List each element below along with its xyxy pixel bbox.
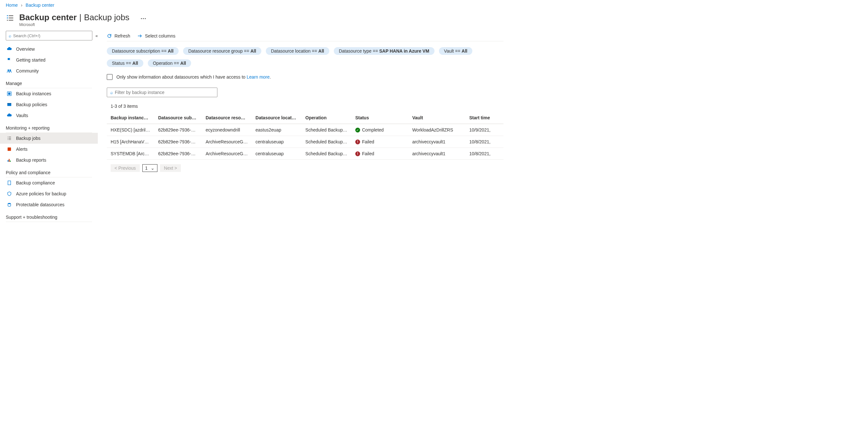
filter-pills: Datasource subscription == AllDatasource… xyxy=(107,41,503,67)
filter-pill[interactable]: Operation == All xyxy=(148,59,191,67)
svg-rect-10 xyxy=(8,181,11,185)
sidebar-item-label: Overview xyxy=(16,46,35,52)
col-subscription[interactable]: Datasource subs… xyxy=(154,112,202,124)
col-operation[interactable]: Operation xyxy=(302,112,351,124)
refresh-label: Refresh xyxy=(115,33,130,38)
page-number: 1 xyxy=(145,165,148,170)
filter-pill[interactable]: Datasource type == SAP HANA in Azure VM xyxy=(334,47,434,55)
breadcrumb-home[interactable]: Home xyxy=(6,3,18,8)
failed-icon: ! xyxy=(355,151,360,156)
search-input[interactable]: ⌕ xyxy=(6,31,92,40)
select-columns-button[interactable]: Select columns xyxy=(137,33,176,38)
sidebar-item-label: Alerts xyxy=(16,147,28,152)
page-header: Backup center | Backup jobs ⋯ Microsoft xyxy=(0,10,503,30)
vault-icon xyxy=(6,113,12,118)
learn-more-link[interactable]: Learn more xyxy=(247,74,270,80)
filter-pill[interactable]: Datasource subscription == All xyxy=(107,47,179,55)
sidebar-item-label: Backup reports xyxy=(16,157,46,163)
col-start-time[interactable]: Start time xyxy=(465,112,503,124)
breadcrumb: Home › Backup center xyxy=(0,0,503,10)
svg-rect-3 xyxy=(8,93,10,95)
sidebar-item-vaults[interactable]: Vaults xyxy=(0,110,98,121)
sidebar-item-backup-jobs[interactable]: Backup jobs xyxy=(0,133,98,144)
sidebar-item-backup-compliance[interactable]: Backup compliance xyxy=(0,177,98,188)
sidebar-item-alerts[interactable]: Alerts xyxy=(0,144,98,155)
svg-rect-6 xyxy=(8,148,11,151)
table-row[interactable]: SYSTEMDB [ArchHan…62b829ee-7936-40c9…Arc… xyxy=(107,148,503,160)
collapse-sidebar-icon[interactable]: « xyxy=(96,33,98,38)
backup-center-icon xyxy=(6,11,15,23)
sidebar-item-label: Backup compliance xyxy=(16,180,55,185)
table-row[interactable]: H15 [ArchHanaVM1]62b829ee-7936-40c9…Arch… xyxy=(107,136,503,148)
search-icon: ⌕ xyxy=(110,90,113,95)
sidebar-item-label: Backup jobs xyxy=(16,136,40,141)
refresh-button[interactable]: Refresh xyxy=(107,33,130,38)
breadcrumb-current[interactable]: Backup center xyxy=(26,3,55,8)
alerts-icon xyxy=(6,146,12,152)
sidebar-item-community[interactable]: Community xyxy=(0,65,98,76)
sidebar-item-label: Backup instances xyxy=(16,91,51,96)
more-button[interactable]: ⋯ xyxy=(141,15,147,22)
chevron-down-icon: ⌄ xyxy=(151,165,155,170)
chevron-right-icon: › xyxy=(21,3,23,8)
jobs-table: Backup instance↑↓ Datasource subs… Datas… xyxy=(107,112,503,160)
svg-point-0 xyxy=(8,70,9,71)
next-button[interactable]: Next > xyxy=(160,164,181,172)
instances-icon xyxy=(6,91,12,97)
cloud-icon xyxy=(6,46,12,52)
svg-rect-7 xyxy=(8,160,9,162)
sidebar-section-manage: Manage xyxy=(6,76,92,88)
org-label: Microsoft xyxy=(19,23,147,27)
policies-icon xyxy=(6,102,12,107)
community-icon xyxy=(6,68,12,74)
col-resource-group[interactable]: Datasource reso… xyxy=(202,112,252,124)
sidebar-item-label: Community xyxy=(16,68,39,73)
filter-input[interactable]: ⌕ xyxy=(107,88,217,97)
sidebar-item-azure-policies[interactable]: Azure policies for backup xyxy=(0,188,98,199)
toolbar: Refresh Select columns xyxy=(107,30,503,41)
access-checkbox[interactable] xyxy=(107,74,113,80)
sidebar-item-getting-started[interactable]: Getting started xyxy=(0,55,98,65)
compliance-icon xyxy=(6,180,12,186)
filter-pill[interactable]: Vault == All xyxy=(439,47,473,55)
search-icon: ⌕ xyxy=(9,33,11,38)
sidebar-item-backup-reports[interactable]: Backup reports xyxy=(0,155,98,165)
success-icon: ✓ xyxy=(355,128,360,132)
page-subtitle: Backup jobs xyxy=(84,12,129,23)
sidebar-item-backup-instances[interactable]: Backup instances xyxy=(0,88,98,99)
jobs-icon xyxy=(6,135,12,141)
sidebar-item-label: Backup policies xyxy=(16,102,47,107)
flag-icon xyxy=(6,57,12,63)
datasource-icon xyxy=(6,202,12,208)
sidebar-item-label: Getting started xyxy=(16,57,45,63)
table-row[interactable]: HXE(SDC) [azdrillzon…62b829ee-7936-40c9…… xyxy=(107,124,503,136)
col-backup-instance[interactable]: Backup instance↑↓ xyxy=(107,112,154,124)
result-count: 1-3 of 3 items xyxy=(107,97,503,112)
filter-pill[interactable]: Datasource location == All xyxy=(266,47,329,55)
sidebar-item-label: Protectable datasources xyxy=(16,202,64,207)
azure-policy-icon xyxy=(6,191,12,197)
svg-point-11 xyxy=(8,203,11,204)
page-select[interactable]: 1 ⌄ xyxy=(143,164,158,172)
sidebar-section-policy: Policy and compliance xyxy=(6,165,92,177)
filter-pill[interactable]: Status == All xyxy=(107,59,143,67)
sidebar-section-monitoring: Monitoring + reporting xyxy=(6,121,92,133)
svg-point-1 xyxy=(10,70,11,71)
select-columns-label: Select columns xyxy=(145,33,176,38)
svg-rect-5 xyxy=(7,103,11,104)
access-checkbox-label: Only show information about datasources … xyxy=(116,74,271,80)
sidebar-item-backup-policies[interactable]: Backup policies xyxy=(0,99,98,110)
sidebar-item-label: Vaults xyxy=(16,113,28,118)
sidebar-section-support: Support + troubleshooting xyxy=(6,210,92,222)
col-vault[interactable]: Vault xyxy=(408,112,466,124)
svg-rect-9 xyxy=(10,161,11,162)
sidebar-item-protectable[interactable]: Protectable datasources xyxy=(0,199,98,210)
sidebar-item-overview[interactable]: Overview xyxy=(0,43,98,55)
filter-pill[interactable]: Datasource resource group == All xyxy=(183,47,261,55)
failed-icon: ! xyxy=(355,140,360,144)
sidebar-item-label: Azure policies for backup xyxy=(16,191,66,196)
col-location[interactable]: Datasource locat… xyxy=(252,112,302,124)
col-status[interactable]: Status xyxy=(351,112,408,124)
prev-button[interactable]: < Previous xyxy=(111,164,140,172)
svg-rect-8 xyxy=(9,159,10,162)
